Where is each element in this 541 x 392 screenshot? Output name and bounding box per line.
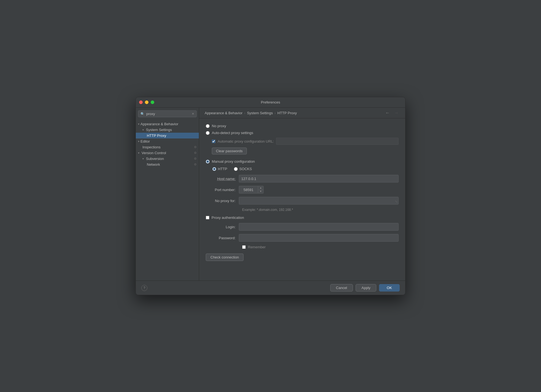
search-input[interactable]: [146, 112, 190, 116]
sidebar-tree: ▾ Appearance & Behavior ▾ System Setting…: [136, 120, 199, 281]
proxy-auth-checkbox[interactable]: [206, 216, 209, 219]
socks-protocol-radio[interactable]: [234, 167, 238, 171]
breadcrumb-bar: Appearance & Behavior › System Settings …: [199, 108, 405, 118]
settings-icon: ⚙: [194, 163, 197, 166]
example-text: Example: *.domain.com, 192.168.*: [206, 208, 399, 212]
apply-button[interactable]: Apply: [356, 284, 376, 292]
nav-forward-button[interactable]: →: [393, 110, 400, 115]
search-box: 🔍 ✕: [138, 110, 197, 117]
sidebar-item-label: Inspections: [138, 145, 161, 149]
no-proxy-radio[interactable]: [206, 124, 210, 128]
remember-checkbox[interactable]: [242, 245, 246, 249]
sidebar-item-label: HTTP Proxy: [138, 134, 166, 138]
content-area: Appearance & Behavior › System Settings …: [199, 108, 405, 281]
no-proxy-for-label: No proxy for:: [206, 199, 239, 203]
port-spinners: ▲ ▼: [258, 186, 264, 194]
expand-icon: ⤡: [395, 200, 397, 203]
breadcrumb-item-2: System Settings: [247, 111, 273, 115]
host-name-input[interactable]: [239, 175, 399, 183]
footer-right: Cancel Apply OK: [330, 284, 400, 292]
check-connection-button[interactable]: Check connection: [206, 254, 244, 261]
window-title: Preferences: [261, 100, 280, 104]
port-increment-button[interactable]: ▲: [258, 186, 263, 190]
sidebar-item-label: Network: [138, 162, 160, 167]
breadcrumb-sep-1: ›: [244, 111, 245, 115]
help-button[interactable]: ?: [141, 285, 147, 291]
breadcrumb-nav: ← →: [384, 110, 400, 115]
sidebar-item-inspections[interactable]: Inspections ⚙: [136, 144, 199, 150]
password-label: Password:: [206, 236, 239, 240]
remember-label[interactable]: Remember: [248, 245, 266, 249]
auto-config-checkbox[interactable]: [212, 140, 215, 143]
password-input[interactable]: [239, 234, 399, 242]
chevron-icon: ▾: [142, 128, 144, 131]
http-protocol-radio[interactable]: [212, 167, 216, 171]
http-label[interactable]: HTTP: [218, 167, 227, 171]
main-layout: 🔍 ✕ ▾ Appearance & Behavior ▾ System Set…: [136, 108, 405, 281]
auto-proxy-url-row: Automatic proxy configuration URL:: [206, 138, 399, 145]
remember-row: Remember: [206, 245, 399, 249]
protocol-row: HTTP SOCKS: [206, 167, 399, 171]
breadcrumb-sep-2: ›: [275, 111, 276, 115]
footer: ? Cancel Apply OK: [136, 281, 405, 295]
sidebar-item-subversion[interactable]: ▾ Subversion ⚙: [136, 156, 199, 162]
port-number-row: Port number: ▲ ▼: [206, 186, 399, 194]
chevron-icon: ▾: [142, 157, 144, 160]
port-number-input[interactable]: [239, 186, 258, 194]
sidebar-item-appearance-behavior[interactable]: ▾ Appearance & Behavior: [136, 121, 199, 127]
manual-proxy-row: Manual proxy configuration: [206, 159, 399, 164]
auto-config-label[interactable]: Automatic proxy configuration URL:: [218, 139, 274, 143]
settings-icon: ⚙: [194, 157, 197, 160]
auto-detect-row: Auto-detect proxy settings: [206, 131, 399, 135]
footer-left: ?: [141, 285, 147, 291]
login-row: Login:: [206, 223, 399, 231]
chevron-icon: ▾: [138, 122, 139, 126]
preferences-window: Preferences 🔍 ✕ ▾ Appearance & Behavior …: [136, 97, 405, 295]
ok-button[interactable]: OK: [379, 284, 400, 292]
sidebar-item-editor[interactable]: ▾ Editor: [136, 138, 199, 144]
sidebar-item-label: Subversion: [146, 157, 164, 161]
cancel-button[interactable]: Cancel: [330, 284, 353, 292]
minimize-button[interactable]: [145, 100, 148, 104]
no-proxy-label[interactable]: No proxy: [212, 124, 226, 128]
sidebar-item-http-proxy[interactable]: HTTP Proxy: [136, 133, 199, 138]
proxy-auth-label[interactable]: Proxy authentication: [212, 216, 244, 220]
chevron-icon: ▾: [138, 140, 139, 143]
clear-passwords-button[interactable]: Clear passwords: [212, 148, 247, 154]
manual-proxy-label[interactable]: Manual proxy configuration: [212, 159, 255, 164]
form-area: No proxy Auto-detect proxy settings Auto…: [199, 118, 405, 281]
sidebar-item-label: Version Control: [142, 151, 166, 155]
sidebar-item-label: Editor: [140, 139, 150, 143]
no-proxy-for-row: No proxy for: ⤡: [206, 197, 399, 205]
sidebar-item-system-settings[interactable]: ▾ System Settings: [136, 127, 199, 133]
socks-label[interactable]: SOCKS: [239, 167, 252, 171]
manual-proxy-radio[interactable]: [206, 160, 210, 164]
settings-icon: ⚙: [194, 145, 197, 149]
sidebar: 🔍 ✕ ▾ Appearance & Behavior ▾ System Set…: [136, 108, 199, 281]
auto-config-url-input[interactable]: [276, 138, 399, 145]
breadcrumb-item-1: Appearance & Behavior: [205, 111, 242, 115]
port-decrement-button[interactable]: ▼: [258, 190, 263, 194]
auto-detect-label[interactable]: Auto-detect proxy settings: [212, 131, 253, 135]
nav-back-button[interactable]: ←: [384, 110, 391, 115]
port-container: ▲ ▼: [239, 186, 264, 194]
port-number-label: Port number:: [206, 188, 239, 192]
close-button[interactable]: [139, 100, 143, 104]
host-name-label: Host name:: [206, 177, 239, 181]
auto-detect-radio[interactable]: [206, 131, 210, 135]
search-clear-icon[interactable]: ✕: [192, 112, 194, 116]
sidebar-item-label: Appearance & Behavior: [140, 122, 178, 126]
manual-proxy-section: Manual proxy configuration HTTP SOCKS: [206, 159, 399, 261]
sidebar-item-version-control[interactable]: ▾ Version Control ⚙: [136, 150, 199, 156]
no-proxy-for-input[interactable]: [239, 197, 399, 205]
titlebar: Preferences: [136, 97, 405, 108]
login-label: Login:: [206, 225, 239, 229]
no-proxy-row: No proxy: [206, 124, 399, 128]
chevron-icon: ▾: [138, 151, 139, 154]
login-input[interactable]: [239, 223, 399, 231]
sidebar-item-label: System Settings: [146, 128, 172, 132]
window-controls: [139, 100, 154, 104]
search-icon: 🔍: [140, 112, 145, 116]
sidebar-item-network[interactable]: Network ⚙: [136, 162, 199, 167]
maximize-button[interactable]: [151, 100, 154, 104]
